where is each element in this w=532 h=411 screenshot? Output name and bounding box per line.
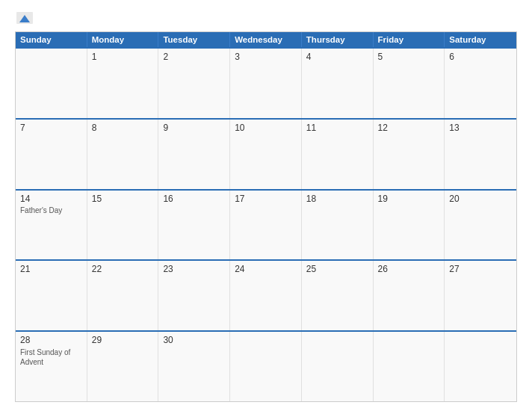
calendar-cell: 22 — [87, 261, 159, 330]
calendar-cell: 17 — [230, 191, 302, 260]
day-header-thursday: Thursday — [302, 32, 374, 47]
calendar-cell: 12 — [374, 120, 445, 189]
calendar-header-row: SundayMondayTuesdayWednesdayThursdayFrid… — [16, 32, 516, 47]
calendar-cell: 11 — [302, 120, 374, 189]
day-number: 3 — [235, 52, 297, 62]
calendar-week-2: 78910111213 — [16, 118, 516, 189]
calendar-cell — [302, 332, 374, 401]
day-number: 16 — [163, 194, 225, 204]
day-number: 6 — [449, 52, 512, 62]
day-number: 29 — [92, 335, 154, 345]
calendar-cell: 5 — [374, 49, 445, 118]
day-number: 1 — [92, 52, 154, 62]
calendar-cell: 18 — [302, 191, 374, 260]
calendar-cell: 2 — [158, 49, 230, 118]
calendar-cell: 30 — [158, 332, 230, 401]
calendar-cell: 27 — [445, 261, 516, 330]
day-number: 15 — [92, 194, 154, 204]
calendar-cell: 29 — [87, 332, 159, 401]
day-number: 8 — [92, 123, 154, 133]
day-number: 25 — [306, 264, 368, 274]
page: SundayMondayTuesdayWednesdayThursdayFrid… — [0, 0, 532, 411]
calendar-cell: 3 — [230, 49, 302, 118]
day-number: 20 — [449, 194, 512, 204]
day-number: 26 — [378, 264, 440, 274]
day-number: 30 — [163, 335, 225, 345]
day-header-sunday: Sunday — [16, 32, 87, 47]
calendar-cell: 19 — [374, 191, 445, 260]
calendar-cell: 9 — [158, 120, 230, 189]
day-number: 18 — [306, 194, 368, 204]
calendar-cell: 28First Sunday of Advent — [16, 332, 87, 401]
calendar-cell: 24 — [230, 261, 302, 330]
calendar-cell: 14Father's Day — [16, 191, 87, 260]
calendar-cell: 16 — [158, 191, 230, 260]
logo-icon — [16, 12, 33, 24]
day-number: 23 — [163, 264, 225, 274]
day-number: 17 — [235, 194, 297, 204]
calendar-week-5: 28First Sunday of Advent2930 — [16, 330, 516, 401]
day-number: 10 — [235, 123, 297, 133]
day-number: 27 — [449, 264, 512, 274]
day-header-monday: Monday — [87, 32, 159, 47]
calendar-cell: 20 — [445, 191, 516, 260]
calendar-cell: 23 — [158, 261, 230, 330]
day-number: 22 — [92, 264, 154, 274]
day-number: 7 — [20, 123, 82, 133]
calendar-cell — [374, 332, 445, 401]
calendar-cell: 8 — [87, 120, 159, 189]
day-header-friday: Friday — [374, 32, 445, 47]
calendar-week-3: 14Father's Day151617181920 — [16, 189, 516, 260]
day-number: 11 — [306, 123, 368, 133]
calendar-cell: 6 — [445, 49, 516, 118]
calendar-week-1: 123456 — [16, 47, 516, 118]
day-number: 5 — [378, 52, 440, 62]
day-event: Father's Day — [20, 206, 82, 215]
day-number: 13 — [449, 123, 512, 133]
day-number: 9 — [163, 123, 225, 133]
day-header-saturday: Saturday — [445, 32, 516, 47]
calendar-cell: 7 — [16, 120, 87, 189]
calendar-cell — [230, 332, 302, 401]
day-event: First Sunday of Advent — [20, 347, 82, 367]
day-number: 14 — [20, 194, 82, 204]
calendar-grid: SundayMondayTuesdayWednesdayThursdayFrid… — [15, 31, 517, 402]
day-header-tuesday: Tuesday — [158, 32, 230, 47]
day-number: 12 — [378, 123, 440, 133]
calendar-cell: 10 — [230, 120, 302, 189]
calendar-header — [15, 12, 517, 24]
day-number: 19 — [378, 194, 440, 204]
day-number: 2 — [163, 52, 225, 62]
day-header-wednesday: Wednesday — [230, 32, 302, 47]
calendar-cell: 4 — [302, 49, 374, 118]
calendar-week-4: 21222324252627 — [16, 259, 516, 330]
calendar-cell: 13 — [445, 120, 516, 189]
day-number: 24 — [235, 264, 297, 274]
day-number: 28 — [20, 335, 82, 345]
calendar-body: 1234567891011121314Father's Day151617181… — [16, 47, 516, 401]
day-number: 4 — [306, 52, 368, 62]
calendar-cell: 15 — [87, 191, 159, 260]
calendar-cell — [445, 332, 516, 401]
calendar-cell — [16, 49, 87, 118]
logo — [15, 12, 36, 24]
day-number: 21 — [20, 264, 82, 274]
calendar-cell: 26 — [374, 261, 445, 330]
calendar-cell: 21 — [16, 261, 87, 330]
calendar-cell: 1 — [87, 49, 159, 118]
calendar-cell: 25 — [302, 261, 374, 330]
